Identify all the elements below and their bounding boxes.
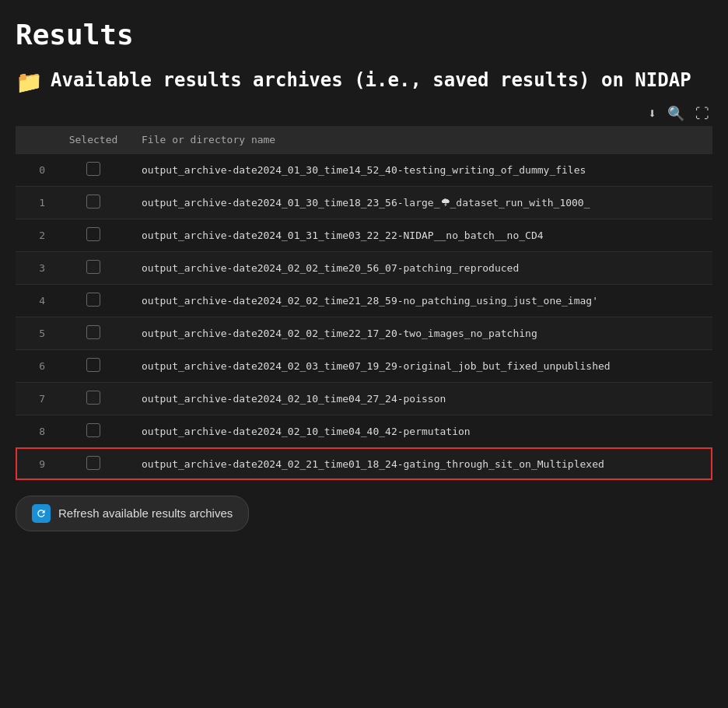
page-title: Results (16, 19, 712, 51)
folder-icon: 📁 (16, 69, 43, 96)
table-row: 7output_archive-date2024_02_10_time04_27… (16, 382, 712, 415)
section-header: 📁 Available results archives (i.e., save… (16, 69, 712, 96)
row-filename: output_archive-date2024_01_31_time03_22_… (132, 219, 712, 251)
table-header-row: Selected File or directory name (16, 126, 712, 154)
table-row: 9output_archive-date2024_02_21_time01_18… (16, 447, 712, 480)
row-checkbox[interactable] (86, 260, 100, 274)
col-name-header: File or directory name (132, 126, 712, 154)
row-selected-cell (54, 382, 132, 415)
row-selected-cell (54, 284, 132, 317)
row-index: 1 (16, 186, 54, 219)
row-filename: output_archive-date2024_01_30_time18_23_… (132, 186, 712, 219)
download-icon[interactable]: ⬇ (648, 105, 656, 121)
row-filename: output_archive-date2024_02_10_time04_40_… (132, 415, 712, 447)
section-title: Available results archives (i.e., saved … (51, 69, 691, 92)
results-table: Selected File or directory name 0output_… (16, 126, 712, 480)
row-filename: output_archive-date2024_02_21_time01_18_… (132, 447, 712, 480)
row-index: 7 (16, 382, 54, 415)
row-checkbox[interactable] (86, 162, 100, 176)
toolbar: ⬇ 🔍 ⛶ (16, 105, 712, 121)
row-index: 3 (16, 251, 54, 284)
row-filename: output_archive-date2024_02_03_time07_19_… (132, 349, 712, 382)
row-checkbox[interactable] (86, 423, 100, 437)
row-checkbox[interactable] (86, 325, 100, 339)
col-selected-header: Selected (54, 126, 132, 154)
row-selected-cell (54, 349, 132, 382)
row-checkbox[interactable] (86, 293, 100, 307)
row-index: 6 (16, 349, 54, 382)
row-filename: output_archive-date2024_02_10_time04_27_… (132, 382, 712, 415)
row-selected-cell (54, 219, 132, 251)
row-selected-cell (54, 251, 132, 284)
col-index-header (16, 126, 54, 154)
table-row: 3output_archive-date2024_02_02_time20_56… (16, 251, 712, 284)
row-checkbox[interactable] (86, 391, 100, 405)
row-index: 5 (16, 317, 54, 349)
row-index: 4 (16, 284, 54, 317)
row-checkbox[interactable] (86, 456, 100, 470)
row-index: 2 (16, 219, 54, 251)
row-filename: output_archive-date2024_02_02_time22_17_… (132, 317, 712, 349)
row-selected-cell (54, 415, 132, 447)
table-row: 2output_archive-date2024_01_31_time03_22… (16, 219, 712, 251)
row-filename: output_archive-date2024_01_30_time14_52_… (132, 153, 712, 186)
row-filename: output_archive-date2024_02_02_time20_56_… (132, 251, 712, 284)
row-checkbox[interactable] (86, 227, 100, 241)
row-checkbox[interactable] (86, 358, 100, 372)
table-row: 4output_archive-date2024_02_02_time21_28… (16, 284, 712, 317)
row-selected-cell (54, 447, 132, 480)
row-index: 0 (16, 153, 54, 186)
table-row: 8output_archive-date2024_02_10_time04_40… (16, 415, 712, 447)
table-row: 0output_archive-date2024_01_30_time14_52… (16, 153, 712, 186)
results-table-container: Selected File or directory name 0output_… (16, 126, 712, 480)
row-index: 8 (16, 415, 54, 447)
row-selected-cell (54, 186, 132, 219)
table-row: 5output_archive-date2024_02_02_time22_17… (16, 317, 712, 349)
row-index: 9 (16, 447, 54, 480)
table-row: 1output_archive-date2024_01_30_time18_23… (16, 186, 712, 219)
row-checkbox[interactable] (86, 195, 100, 209)
refresh-button-label: Refresh available results archives (58, 506, 233, 520)
refresh-svg-icon (36, 508, 47, 519)
expand-icon[interactable]: ⛶ (695, 105, 709, 121)
row-selected-cell (54, 153, 132, 186)
table-row: 6output_archive-date2024_02_03_time07_19… (16, 349, 712, 382)
refresh-icon (32, 504, 51, 523)
row-filename: output_archive-date2024_02_02_time21_28_… (132, 284, 712, 317)
row-selected-cell (54, 317, 132, 349)
refresh-button[interactable]: Refresh available results archives (16, 496, 249, 531)
search-icon[interactable]: 🔍 (667, 105, 684, 121)
